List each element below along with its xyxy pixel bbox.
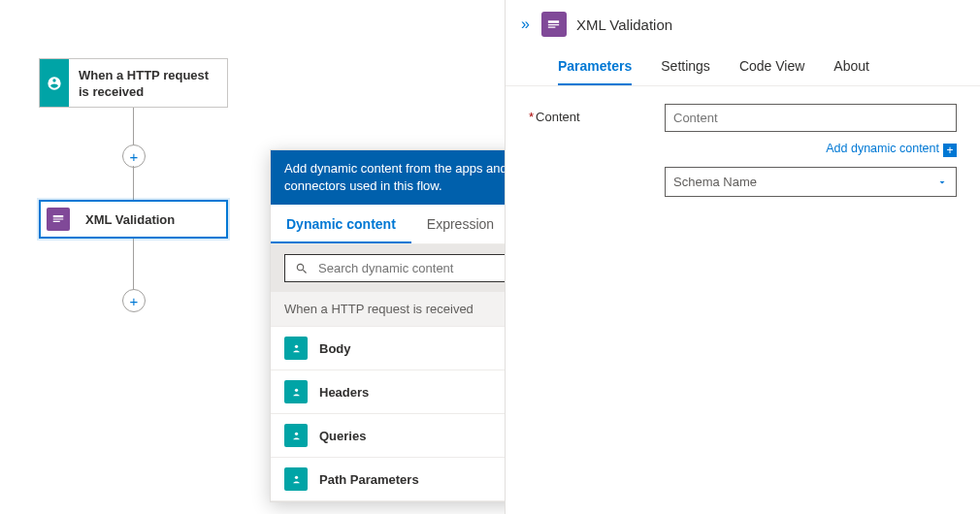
chevron-down-icon (936, 177, 948, 188)
field-row-schema: Schema Name (529, 167, 957, 197)
add-step-button[interactable]: + (122, 289, 146, 312)
schema-label (529, 167, 665, 173)
schema-name-select[interactable]: Schema Name (665, 167, 957, 197)
action-label: XML Validation (76, 202, 184, 237)
collapse-panel-button[interactable]: » (521, 16, 530, 33)
dyn-item-label: Headers (319, 385, 369, 400)
svg-point-3 (294, 475, 297, 478)
panel-header: » XML Validation (506, 0, 980, 45)
trigger-label: When a HTTP request is received (69, 59, 224, 107)
tab-expression[interactable]: Expression (411, 205, 509, 243)
tab-settings[interactable]: Settings (661, 50, 710, 85)
http-trigger-icon (284, 424, 308, 447)
content-input[interactable] (665, 104, 957, 132)
required-asterisk: * (529, 110, 534, 124)
panel-title: XML Validation (576, 16, 672, 33)
tab-about[interactable]: About (833, 50, 869, 85)
group-title: When a HTTP request is received (284, 302, 474, 316)
schema-placeholder: Schema Name (673, 175, 757, 189)
xml-validation-icon (541, 12, 567, 37)
http-trigger-icon (284, 337, 308, 360)
plus-icon: + (943, 144, 957, 157)
content-label: *Content (529, 104, 665, 124)
connector-line (133, 239, 134, 290)
tab-parameters[interactable]: Parameters (558, 50, 632, 85)
trigger-node-http[interactable]: When a HTTP request is received (39, 58, 228, 108)
connector-line (133, 108, 134, 145)
dyn-item-label: Body (319, 341, 351, 356)
details-panel: » XML Validation Parameters Settings Cod… (505, 0, 980, 514)
tab-dynamic-content[interactable]: Dynamic content (271, 205, 411, 243)
tab-code-view[interactable]: Code View (739, 50, 804, 85)
svg-point-2 (294, 432, 297, 434)
dyn-item-label: Queries (319, 429, 366, 443)
dyn-item-label: Path Parameters (319, 472, 419, 487)
panel-tabs: Parameters Settings Code View About (506, 45, 980, 86)
panel-body: *Content Add dynamic content+ Schema Nam… (506, 86, 980, 220)
add-step-button[interactable]: + (122, 145, 146, 168)
http-trigger-icon (284, 467, 308, 491)
svg-point-0 (294, 344, 297, 347)
add-dynamic-content-link[interactable]: Add dynamic content+ (529, 138, 957, 167)
http-trigger-icon (284, 380, 308, 403)
field-row-content: *Content (529, 104, 957, 132)
connector-line (133, 166, 134, 200)
search-icon (295, 262, 309, 275)
action-node-xml-validation[interactable]: XML Validation (39, 200, 228, 239)
xml-validation-icon (47, 208, 70, 231)
http-trigger-icon (40, 59, 69, 107)
svg-point-1 (294, 388, 297, 391)
